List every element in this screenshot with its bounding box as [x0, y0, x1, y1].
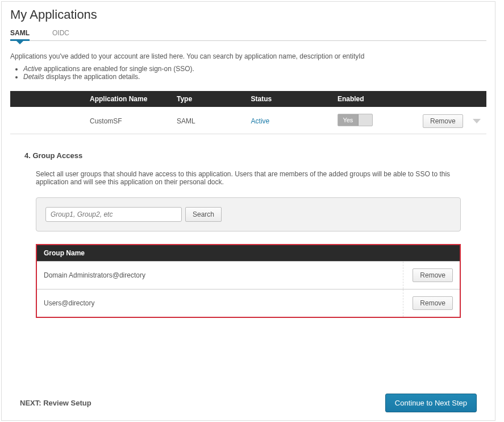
col-status: Status [245, 91, 332, 107]
bullet-active-text: applications are enabled for single sign… [42, 65, 194, 73]
section-heading: 4. Group Access [24, 151, 472, 160]
section-description: Select all user groups that should have … [24, 170, 472, 197]
col-type: Type [171, 91, 245, 107]
group-table-highlight: Group Name Domain Administrators@directo… [36, 244, 461, 318]
status-active-link[interactable]: Active [251, 117, 270, 125]
enabled-toggle[interactable]: Yes [338, 114, 373, 126]
app-status: Active [245, 107, 332, 134]
application-row: CustomSF SAML Active Yes Remove [10, 107, 486, 134]
app-type: SAML [171, 107, 245, 134]
remove-group-button[interactable]: Remove [413, 296, 453, 310]
group-name-cell: Domain Administrators@directory [37, 262, 403, 289]
group-access-section: 4. Group Access Select all user groups t… [2, 134, 495, 318]
group-actions-cell: Remove [403, 289, 460, 317]
search-button[interactable]: Search [185, 207, 222, 222]
intro-bullets: Active applications are enabled for sing… [2, 65, 495, 91]
bullet-details-text: displays the application details. [44, 73, 140, 81]
tab-saml[interactable]: SAML [10, 29, 30, 40]
app-panel: My Applications SAML OIDC Applications y… [1, 1, 495, 421]
tab-divider [10, 40, 486, 41]
group-search-input[interactable] [45, 207, 182, 222]
col-group-name: Group Name [37, 245, 460, 262]
col-enabled: Enabled [332, 91, 412, 107]
intro-text: Applications you've added to your accoun… [2, 52, 495, 65]
bullet-details: Details displays the application details… [23, 73, 486, 81]
app-actions-cell: Remove [412, 107, 486, 134]
page-title: My Applications [2, 2, 495, 29]
app-enabled-cell: Yes [332, 107, 412, 134]
bullet-active-em: Active [23, 65, 42, 73]
group-name-cell: Users@directory [37, 289, 403, 317]
bullet-details-em: Details [23, 73, 44, 81]
expand-chevron-icon[interactable] [473, 119, 481, 123]
tabs: SAML OIDC [2, 29, 495, 40]
group-row: Users@directory Remove [37, 289, 460, 317]
continue-button[interactable]: Continue to Next Step [385, 394, 477, 412]
group-row: Domain Administrators@directory Remove [37, 262, 460, 289]
remove-group-button[interactable]: Remove [413, 268, 453, 282]
tab-oidc[interactable]: OIDC [52, 29, 69, 40]
toggle-yes-label: Yes [338, 114, 359, 126]
remove-app-button[interactable]: Remove [423, 114, 463, 128]
applications-header-row: Application Name Type Status Enabled [10, 91, 486, 107]
next-step-label: NEXT: Review Setup [20, 399, 91, 407]
col-application-name: Application Name [10, 91, 171, 107]
footer: NEXT: Review Setup Continue to Next Step [2, 394, 495, 412]
group-search-box: Search [36, 197, 461, 231]
group-table: Group Name Domain Administrators@directo… [37, 245, 460, 317]
col-actions [412, 91, 486, 107]
app-name: CustomSF [10, 107, 171, 134]
group-header-row: Group Name [37, 245, 460, 262]
bullet-active: Active applications are enabled for sing… [23, 65, 486, 73]
group-actions-cell: Remove [403, 262, 460, 289]
applications-table: Application Name Type Status Enabled Cus… [10, 91, 486, 134]
